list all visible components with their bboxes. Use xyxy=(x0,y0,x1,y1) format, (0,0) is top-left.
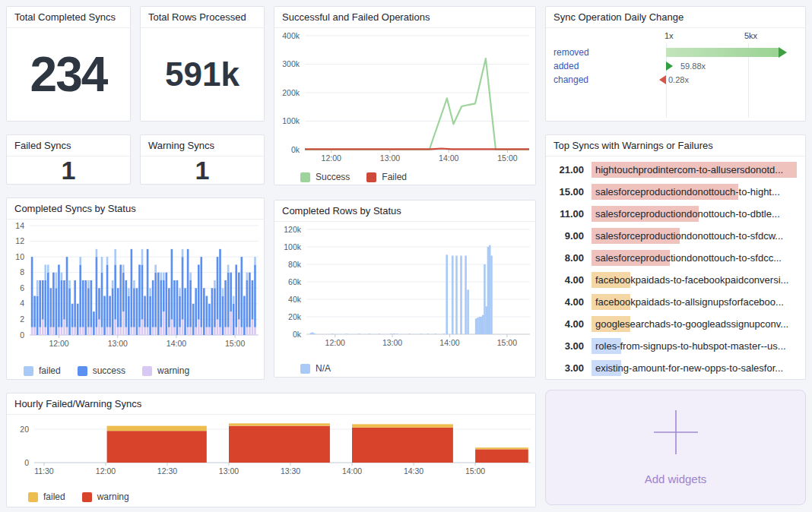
legend-item-failed[interactable]: failed xyxy=(28,491,65,502)
sync-bar-cell: salesforceproductiondonottouch-to-hight.… xyxy=(592,184,805,200)
daily-change-body: 1x 5kx removed added 59.88x changed 0.28… xyxy=(546,28,805,122)
svg-text:13:30: 13:30 xyxy=(281,466,300,476)
legend-item-failed[interactable]: Failed xyxy=(366,172,407,182)
hourly-stacked-bar-chart: 02011:3012:0012:3013:0013:3014:0014:3015… xyxy=(7,415,535,486)
svg-text:4: 4 xyxy=(20,299,24,308)
chart-legend: failed success warning xyxy=(24,365,264,376)
chart-legend: failed warning xyxy=(28,491,535,502)
svg-text:13:00: 13:00 xyxy=(108,339,128,348)
svg-text:11:30: 11:30 xyxy=(34,466,54,476)
sync-bar-cell: facebookpaidads-to-facebookpaidconversi.… xyxy=(592,272,805,288)
sync-name: hightouchprodintercom-to-allusersdonotd.… xyxy=(592,162,805,178)
svg-text:20k: 20k xyxy=(288,312,302,321)
sync-count: 4.00 xyxy=(546,274,584,286)
panel-title[interactable]: Total Rows Processed xyxy=(141,7,264,28)
panel-title[interactable]: Completed Syncs by Status xyxy=(7,198,264,220)
svg-text:12:00: 12:00 xyxy=(322,153,341,163)
sync-count: 4.00 xyxy=(546,296,584,308)
legend-swatch xyxy=(142,366,152,376)
panel-successful-failed-operations: Successful and Failed Operations 0k100k2… xyxy=(274,6,536,185)
legend-label: failed xyxy=(39,365,61,376)
svg-text:12:00: 12:00 xyxy=(96,466,116,476)
legend-swatch xyxy=(78,366,87,376)
row-label-removed: removed xyxy=(553,46,589,58)
list-item: 4.00facebookpaidads-to-allsignupsforface… xyxy=(546,291,805,313)
sync-name: facebookpaidads-to-facebookpaidconversi.… xyxy=(592,272,805,288)
svg-text:13:00: 13:00 xyxy=(219,466,239,476)
svg-text:13:00: 13:00 xyxy=(380,153,400,163)
svg-text:15:00: 15:00 xyxy=(465,466,485,476)
list-item: 4.00facebookpaidads-to-facebookpaidconve… xyxy=(546,269,805,291)
svg-text:12:30: 12:30 xyxy=(157,466,177,476)
row-label-changed: changed xyxy=(553,74,588,86)
legend-item-warning[interactable]: warning xyxy=(82,491,129,502)
legend-swatch xyxy=(24,366,33,376)
panel-failed-syncs: Failed Syncs 1 xyxy=(6,134,131,185)
panel-title[interactable]: Failed Syncs xyxy=(7,135,130,156)
syncs-by-status-bar-chart: 0246810121412:0013:0014:0015:00 xyxy=(7,220,264,359)
stat-value: 1 xyxy=(141,156,264,185)
sync-count: 8.00 xyxy=(546,252,584,264)
sync-name: salesforceproductiondonottouch-to-hight.… xyxy=(592,184,805,200)
svg-text:12: 12 xyxy=(15,236,24,245)
panel-completed-rows-by-status: Completed Rows by Status 0k20k40k60k80k1… xyxy=(274,200,536,378)
svg-text:2: 2 xyxy=(20,314,24,324)
svg-text:8: 8 xyxy=(20,267,24,277)
legend-item-success[interactable]: success xyxy=(78,365,125,376)
added-up-arrow-icon xyxy=(666,62,673,71)
legend-item-warning[interactable]: warning xyxy=(142,365,189,376)
sync-bar-cell: hightouchprodintercom-to-allusersdonotd.… xyxy=(592,162,805,178)
stat-value: 1 xyxy=(7,156,130,185)
list-item: 11.00salesforceproductiondonottouch-to-d… xyxy=(546,203,805,225)
list-item: 9.00salesforceproductiondonottouch-to-sf… xyxy=(546,225,805,247)
panel-warning-syncs: Warning Syncs 1 xyxy=(140,134,265,185)
svg-text:0: 0 xyxy=(24,458,29,467)
panel-title[interactable]: Successful and Failed Operations xyxy=(274,7,535,28)
axis-label-5kx: 5kx xyxy=(744,31,757,40)
sync-bar-cell: existing-amount-for-new-opps-to-salesfor… xyxy=(592,360,805,376)
svg-text:14:00: 14:00 xyxy=(342,466,362,476)
add-widgets-label: Add widgets xyxy=(645,472,707,485)
legend-label: warning xyxy=(97,491,129,502)
svg-text:14:00: 14:00 xyxy=(439,153,458,163)
removed-arrow-icon xyxy=(779,47,787,58)
sync-name: existing-amount-for-new-opps-to-salesfor… xyxy=(592,360,805,376)
legend-swatch xyxy=(300,172,310,182)
svg-text:15:00: 15:00 xyxy=(497,338,517,347)
sync-bar-cell: salesforceproductiondonottouch-to-dbtle.… xyxy=(592,206,805,222)
panel-title[interactable]: Top Syncs with Warnings or Failures xyxy=(546,135,805,156)
sync-count: 21.00 xyxy=(546,164,584,175)
sync-count: 9.00 xyxy=(546,230,584,242)
panel-total-completed-syncs: Total Completed Syncs 234 xyxy=(6,6,131,122)
sync-count: 4.00 xyxy=(546,318,584,330)
sync-bar-cell: facebookpaidads-to-allsignupsforfaceboo.… xyxy=(592,294,805,310)
add-widgets-button[interactable]: Add widgets xyxy=(545,390,806,505)
legend-label: N/A xyxy=(316,363,331,374)
plus-icon xyxy=(654,410,698,454)
panel-title[interactable]: Total Completed Syncs xyxy=(7,7,130,28)
sync-name: salesforceproductiondonottouch-to-dbtle.… xyxy=(592,206,805,222)
legend-swatch xyxy=(82,492,92,502)
svg-text:0k: 0k xyxy=(291,145,300,154)
panel-sync-operation-daily-change: Sync Operation Daily Change 1x 5kx remov… xyxy=(545,6,806,122)
svg-text:15:00: 15:00 xyxy=(497,153,517,163)
svg-text:15:00: 15:00 xyxy=(225,339,245,348)
sync-bar-cell: roles-from-signups-to-hubspot-master--us… xyxy=(592,338,805,354)
removed-range-bar xyxy=(666,48,779,57)
svg-text:12:00: 12:00 xyxy=(325,338,345,347)
sync-count: 15.00 xyxy=(546,186,584,198)
panel-title[interactable]: Sync Operation Daily Change xyxy=(546,7,805,28)
panel-title[interactable]: Completed Rows by Status xyxy=(274,201,535,222)
sync-count: 3.00 xyxy=(546,340,584,352)
list-item: 3.00roles-from-signups-to-hubspot-master… xyxy=(546,335,805,357)
svg-text:40k: 40k xyxy=(288,295,302,304)
stat-value: 234 xyxy=(7,28,130,121)
sync-bar-cell: googlesearchads-to-googleadssignupconv..… xyxy=(592,316,805,332)
panel-title[interactable]: Hourly Failed/Warning Syncs xyxy=(7,393,535,415)
legend-item-failed[interactable]: failed xyxy=(24,365,61,376)
panel-title[interactable]: Warning Syncs xyxy=(141,135,264,156)
legend-item-na[interactable]: N/A xyxy=(300,363,331,374)
sync-name: salesforceproductiondonottouch-to-sfdcw.… xyxy=(592,228,805,244)
legend-item-success[interactable]: Success xyxy=(300,172,350,182)
list-item: 15.00salesforceproductiondonottouch-to-h… xyxy=(546,181,805,203)
